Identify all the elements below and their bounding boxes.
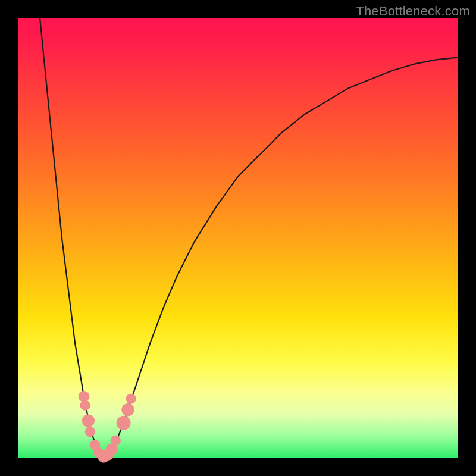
curve-marker [126,393,136,403]
bottleneck-curve [40,18,458,458]
curve-marker [121,403,134,416]
curve-marker [82,414,95,427]
curve-svg [18,18,458,458]
watermark-text: TheBottleneck.com [356,4,470,19]
curve-markers [79,391,136,463]
chart-frame: TheBottleneck.com [0,0,476,476]
plot-area [18,18,458,458]
curve-marker [111,436,121,446]
curve-marker [80,400,90,411]
curve-marker [117,416,131,430]
curve-marker [85,427,95,437]
